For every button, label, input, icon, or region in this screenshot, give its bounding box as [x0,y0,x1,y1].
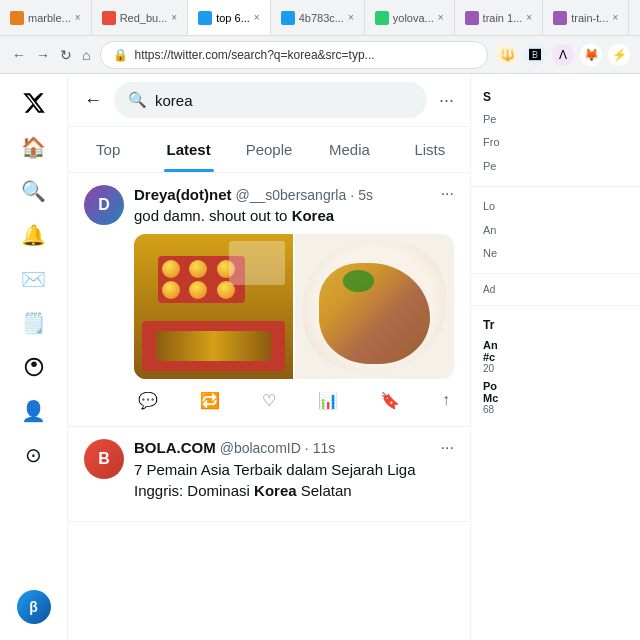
main-area: 🏠 🔍 🔔 ✉️ 🗒️ 👤 ⊙ β ← 🔍 korea ··· Top [0,74,640,640]
sidebar-profile-icon[interactable]: 👤 [13,390,55,432]
reload-button[interactable]: ↻ [58,45,74,65]
trending-count-1: 20 [483,363,628,374]
right-trending-title: Tr [471,314,640,336]
tab-red-bu[interactable]: Red_bu... × [92,0,189,35]
tweet-2-body: BOLA.COM @bolacomID · 11s ··· 7 Pemain A… [134,439,454,509]
forward-nav-button[interactable]: → [34,45,52,65]
tab-lists[interactable]: Lists [390,127,470,172]
tab-close-icon[interactable]: × [526,12,532,23]
tab-close-icon[interactable]: × [438,12,444,23]
tab-yolova[interactable]: yolova... × [365,0,455,35]
browser-tab-bar: marble... × Red_bu... × top 6... × 4b783… [0,0,640,36]
analytics-button[interactable]: 📊 [314,387,342,414]
tweet-1-images[interactable] [134,234,454,379]
sidebar-communities-icon[interactable] [13,346,55,388]
tab-train1[interactable]: train 1... × [455,0,544,35]
tweet-2-header: BOLA.COM @bolacomID · 11s ··· [134,439,454,457]
share-button[interactable]: ↑ [438,387,454,413]
tab-favicon [465,11,479,25]
tab-close-icon[interactable]: × [254,12,260,23]
tweet-1-name: Dreya(dot)net [134,186,232,203]
right-trending-item-1[interactable]: An #c 20 [471,336,640,377]
tab-top[interactable]: Top [68,127,148,172]
tab-top6[interactable]: top 6... × [188,0,270,35]
tab-title: yolova... [393,12,434,24]
tab-marble[interactable]: marble... × [0,0,92,35]
tab-favicon [281,11,295,25]
search-tabs: Top Latest People Media Lists [68,127,470,173]
tab-close-icon[interactable]: × [171,12,177,23]
tweet-2-timestamp: 11s [313,440,336,456]
right-panel: S Pe Fro Pe Lo An Ne Ad Tr An #c 20 Po M… [470,74,640,640]
like-button[interactable]: ♡ [258,387,280,414]
tweet-2-user: BOLA.COM @bolacomID · 11s [134,439,335,456]
tweet-1: D Dreya(dot)net @__s0bersangrla · 5s ···… [68,173,470,427]
tweet-1-text: god damn. shout out to Korea [134,205,454,226]
tab-close-icon[interactable]: × [75,12,81,23]
tweet-2-more-icon[interactable]: ··· [441,439,454,457]
tweet-2-handle: @bolacomID [220,440,301,456]
sidebar-notifications-icon[interactable]: 🔔 [13,214,55,256]
tab-latest[interactable]: Latest [148,127,228,172]
twitter-brand-icon[interactable] [13,82,55,124]
search-icon: 🔍 [128,91,147,109]
search-input[interactable]: 🔍 korea [114,82,427,118]
right-divider-1 [471,186,640,187]
tweet-1-user: Dreya(dot)net @__s0bersangrla · 5s [134,186,373,203]
bookmark-button[interactable]: 🔖 [376,387,404,414]
sidebar-more-icon[interactable]: ⊙ [13,434,55,476]
tab-4b783c[interactable]: 4b783c... × [271,0,365,35]
tab-people[interactable]: People [229,127,309,172]
right-people-label: Pe [471,155,640,178]
tweet-1-header: Dreya(dot)net @__s0bersangrla · 5s ··· [134,185,454,203]
trending-label-2: Mc [483,392,628,404]
more-options-button[interactable]: ··· [439,90,454,111]
extension-icon-5[interactable]: ⚡ [608,44,630,66]
tab-train-t[interactable]: train-t... × [543,0,629,35]
tweet-image-2[interactable] [295,234,454,379]
sidebar-messages-icon[interactable]: ✉️ [13,258,55,300]
extension-icon-1[interactable]: 🔱 [496,44,518,66]
right-near-you: Ne [471,242,640,265]
sidebar-bookmarks-icon[interactable]: 🗒️ [13,302,55,344]
tab-title: train 1... [483,12,523,24]
back-button[interactable]: ← [84,90,102,111]
like-icon: ♡ [262,391,276,410]
right-from: Fro [471,131,640,154]
tab-favicon [198,11,212,25]
reply-button[interactable]: 💬 [134,387,162,414]
back-nav-button[interactable]: ← [10,45,28,65]
right-ad-label: Ad [471,282,640,297]
tab-close-icon[interactable]: × [348,12,354,23]
home-button[interactable]: ⌂ [80,45,92,65]
tweet-1-text-before: god damn. shout out to [134,207,292,224]
extension-icon-4[interactable]: 🦊 [580,44,602,66]
right-trending-item-2[interactable]: Po Mc 68 [471,377,640,418]
tab-close-icon[interactable]: × [612,12,618,23]
extension-icon-3[interactable]: Λ [552,44,574,66]
address-bar: ← → ↻ ⌂ 🔒 https://twitter.com/search?q=k… [0,36,640,74]
tab-title: 4b783c... [299,12,344,24]
search-query-text: korea [155,92,193,109]
tweet-1-avatar[interactable]: D [84,185,124,225]
tweet-1-more-icon[interactable]: ··· [441,185,454,203]
tweet-1-actions: 💬 🔁 ♡ 📊 🔖 ↑ [134,387,454,414]
tweet-image-1[interactable] [134,234,293,379]
tab-favicon [102,11,116,25]
tweet-2-text: 7 Pemain Asia Terbaik dalam Sejarah Liga… [134,459,454,501]
retweet-button[interactable]: 🔁 [196,387,224,414]
user-avatar[interactable]: β [17,590,51,624]
tab-media[interactable]: Media [309,127,389,172]
trending-hashtag-1: #c [483,351,628,363]
right-anywhere: An [471,219,640,242]
tab-favicon [375,11,389,25]
tab-favicon [10,11,24,25]
url-input[interactable]: 🔒 https://twitter.com/search?q=korea&src… [100,41,488,69]
sidebar-home-icon[interactable]: 🏠 [13,126,55,168]
tweet-1-handle: @__s0bersangrla [236,187,347,203]
extension-icon-2[interactable]: 🅱 [524,44,546,66]
sidebar-search-icon[interactable]: 🔍 [13,170,55,212]
tab-title: train-t... [571,12,608,24]
tweet-2-time: · [305,440,309,456]
tweet-2-avatar[interactable]: B [84,439,124,479]
